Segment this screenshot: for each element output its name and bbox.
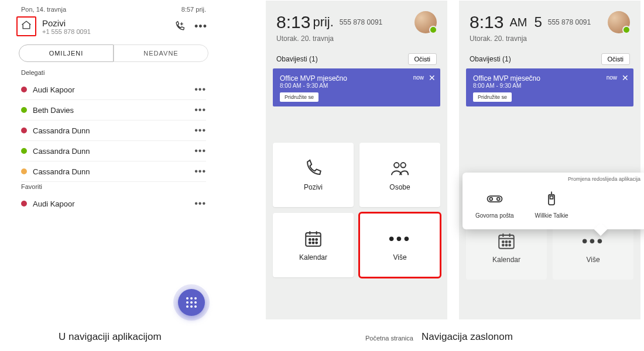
dismiss-icon[interactable]: ✕ [429,73,436,82]
contact-row[interactable]: Cassandra Dunn••• [8,121,219,140]
date-label: Utorak. 20. travnja [470,35,630,43]
event-now-badge: now [607,74,617,81]
screen-title-block: Pozivi +1 555 878 0091 [42,18,166,35]
avatar[interactable] [415,11,437,33]
contact-row[interactable]: Beth Davies••• [8,100,219,120]
home-button[interactable] [16,16,36,36]
contact-row[interactable]: Cassandra Dunn••• [8,161,219,181]
svg-point-6 [309,242,311,244]
more-icon: ••• [389,229,411,249]
section-delegates: Delegati [8,68,219,80]
calendar-icon [496,231,516,251]
contact-row[interactable]: Audi Kapoor••• [8,194,219,214]
phone-icon [303,159,323,178]
caption-app-nav: U navigaciji aplikacijom [59,331,162,343]
meeting-card[interactable]: Office MVP mjesečno 8:00 AM - 9:30 AM no… [273,68,440,106]
status-time: 8:57 prij. [181,6,206,13]
clock-ampm: AM [509,16,527,29]
app-voicemail[interactable]: Govorna pošta [475,190,514,219]
dialpad-icon [186,297,197,308]
phone-home-popover: 8:13 AM 5 555 878 0091 Utorak. 20. travn… [459,1,640,319]
clock-ampm: prij. [313,15,333,30]
clear-button[interactable]: Očisti [601,53,631,65]
tile-calls[interactable]: Pozivi [273,143,354,207]
svg-point-4 [313,239,314,240]
presence-icon [21,201,27,207]
segmented-control: OMILJENI NEDAVNE [19,44,208,62]
reorder-link[interactable]: Promjena redoslijeda aplikacija [568,176,640,182]
svg-point-13 [502,245,504,246]
row-more[interactable]: ••• [194,146,206,156]
tab-favorites[interactable]: OMILJENI [19,44,114,62]
screen-title: Pozivi [42,18,166,28]
row-more[interactable]: ••• [194,125,206,136]
meeting-card[interactable]: Office MVP mjesečno 8:00 AM - 9:30 AM no… [466,68,633,106]
presence-icon [21,168,27,174]
event-time: 8:00 AM - 9:30 AM [280,82,433,89]
avatar[interactable] [608,11,630,33]
tile-calendar[interactable]: Kalendar [273,213,354,277]
phone-home-more: 8:13 prij. 555 878 0091 Utorak. 20. trav… [266,1,447,319]
join-button[interactable]: Pridružite se [280,92,318,102]
row-more[interactable]: ••• [194,166,206,177]
home-icon [20,19,32,33]
people-icon [390,159,410,178]
svg-point-17 [489,198,492,201]
svg-point-14 [506,245,508,246]
clear-button[interactable]: Očisti [408,53,437,65]
caption-home: Početna stranica [365,335,413,342]
presence-icon [21,107,27,113]
event-title: Office MVP mjesečno [473,74,626,82]
app-walkie-talkie[interactable]: Willkie Talkie [535,190,568,219]
svg-point-11 [506,241,508,243]
date-label: Utorak. 20. travnja [276,35,437,43]
notifications-label: Obavijesti (1) [470,55,511,63]
svg-point-10 [502,241,504,243]
event-time: 8:00 AM - 9:30 AM [473,82,626,89]
phone-plus-icon [174,20,186,32]
svg-point-8 [316,242,317,244]
dismiss-icon[interactable]: ✕ [622,73,629,82]
make-call-button[interactable] [172,19,187,34]
join-button[interactable]: Pridružite se [473,92,512,102]
more-button[interactable]: ••• [193,19,208,34]
row-more[interactable]: ••• [194,198,206,209]
contact-row[interactable]: Audi Kapoor••• [8,80,219,99]
svg-point-18 [497,198,500,201]
phone-app-nav: Pon, 14. travnja 8:57 prij. Pozivi +1 55… [8,4,219,324]
caption-screen-nav: Navigacija zaslonom [422,331,513,343]
presence-icon [21,148,27,154]
dialpad-fab[interactable] [178,289,205,316]
tile-people[interactable]: Osobe [359,143,440,207]
clock-time: 8:13 [276,12,310,32]
row-more[interactable]: ••• [194,105,206,115]
presence-icon [21,87,27,92]
tile-more[interactable]: ••• Više [359,213,440,277]
svg-point-7 [313,242,314,244]
phone-number: 555 878 0091 [340,18,382,26]
clock-extra: 5 [534,14,542,30]
notifications-label: Obavijesti (1) [276,55,318,63]
more-apps-popover: Promjena redoslijeda aplikacija Govorna … [463,173,644,229]
walkie-talkie-icon [543,190,560,208]
contact-row[interactable]: Cassandra Dunn••• [8,141,219,161]
screen-subtitle: +1 555 878 0091 [42,28,166,35]
svg-point-12 [509,241,511,243]
phone-number: 555 878 0091 [548,18,591,26]
calendar-icon [303,229,323,249]
section-favorites: Favoriti [8,182,219,194]
presence-icon [21,128,27,133]
svg-point-0 [394,163,399,168]
svg-rect-20 [550,196,553,199]
tab-recent[interactable]: NEDAVNE [114,44,208,62]
svg-point-3 [309,239,311,240]
svg-point-1 [400,163,406,168]
status-bar: Pon, 14. travnja 8:57 prij. [8,4,219,16]
svg-point-5 [316,239,317,240]
event-now-badge: now [413,74,424,81]
voicemail-icon [486,190,503,208]
status-date: Pon, 14. travnja [21,6,66,13]
clock-time: 8:13 [470,12,503,32]
row-more[interactable]: ••• [194,84,206,95]
event-title: Office MVP mjesečno [280,74,433,82]
